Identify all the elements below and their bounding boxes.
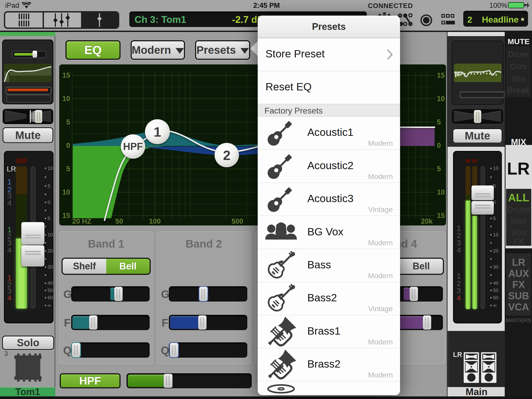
svg-text:5: 5 — [66, 165, 70, 173]
svg-text:15: 15 — [62, 212, 70, 220]
svg-text:15: 15 — [62, 71, 70, 79]
svg-text:0: 0 — [66, 142, 70, 149]
svg-text:10: 10 — [437, 188, 445, 196]
svg-text:10: 10 — [62, 95, 70, 103]
svg-text:0: 0 — [437, 142, 441, 149]
svg-text:10: 10 — [437, 95, 445, 103]
svg-text:20 HZ: 20 HZ — [72, 217, 91, 225]
svg-text:5: 5 — [66, 118, 70, 126]
svg-text:5: 5 — [437, 165, 441, 173]
svg-text:1: 1 — [154, 124, 161, 139]
svg-text:100: 100 — [149, 217, 161, 225]
svg-text:2: 2 — [223, 148, 231, 163]
svg-text:20k: 20k — [421, 217, 433, 225]
svg-text:50: 50 — [115, 217, 123, 225]
svg-text:5: 5 — [437, 118, 441, 126]
svg-text:500: 500 — [231, 217, 243, 225]
svg-text:HPF: HPF — [123, 141, 143, 152]
svg-text:15: 15 — [437, 71, 445, 79]
svg-text:15: 15 — [437, 212, 445, 220]
svg-text:10: 10 — [62, 188, 70, 196]
